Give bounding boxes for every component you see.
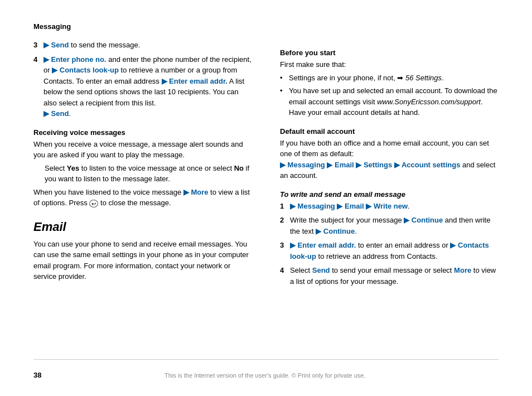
receiving-para-1: When you receive a voice message, a mess…: [33, 139, 252, 161]
page-footer: 38 This is the Internet version of the u…: [33, 365, 499, 379]
bullet-item-1: • Settings are in your phone, if not, ➡ …: [280, 73, 499, 84]
page-number: 38: [33, 371, 41, 379]
write-item-3-content: ▶ Enter email addr. to enter an email ad…: [290, 240, 499, 262]
before-you-start-title: Before you start: [280, 49, 499, 57]
continue-1: ▶ Continue: [404, 216, 443, 224]
write-path: ▶ Messaging ▶ Email ▶ Write new: [290, 202, 408, 210]
email-heading: Email: [33, 220, 252, 234]
bullet-2-symbol: •: [280, 85, 289, 118]
receiving-section-title: Receiving voice messages: [33, 128, 252, 137]
item-3-num: 3: [33, 40, 43, 51]
default-email-title: Default email account: [280, 127, 499, 136]
bullet-1-text: Settings are in your phone, if not, ➡ 56…: [289, 73, 444, 84]
write-item-2-num: 2: [280, 215, 290, 236]
write-send-title: To write and send an email message: [280, 190, 499, 199]
write-item-4-content: Select Send to send your email message o…: [290, 265, 499, 287]
back-button-icon: ↩: [89, 200, 98, 207]
default-email-body: If you have both an office and a home em…: [280, 138, 499, 181]
item-4-enter-email: ▶ Enter email addr.: [162, 77, 228, 85]
item-4-num: 4: [33, 54, 43, 119]
receiving-para-3: When you have listened to the voice mess…: [33, 187, 252, 209]
write-item-1: 1 ▶ Messaging ▶ Email ▶ Write new.: [280, 201, 499, 212]
bullet-1-symbol: •: [280, 73, 289, 84]
header-title: Messaging: [33, 22, 71, 31]
sony-url: www.SonyEricsson.com/support: [377, 98, 481, 106]
default-email-path: ▶ Messaging ▶ Email ▶ Settings ▶ Account…: [280, 161, 460, 169]
email-body: You can use your phone to send and recei…: [33, 239, 252, 282]
more-highlight-right: More: [454, 266, 471, 274]
write-item-4: 4 Select Send to send your email message…: [280, 265, 499, 287]
item-3-send: ▶ Send: [43, 41, 69, 49]
yes-highlight: Yes: [67, 164, 79, 172]
footer-notice: This is the Internet version of the user…: [41, 372, 489, 379]
left-column: 3 ▶ Send to send the message. 4 ▶ Enter …: [33, 40, 258, 354]
before-intro: First make sure that:: [280, 59, 499, 70]
item-4-send: ▶ Send: [43, 109, 69, 118]
write-item-3-num: 3: [280, 240, 290, 262]
content-area: 3 ▶ Send to send the message. 4 ▶ Enter …: [33, 40, 499, 354]
send-highlight: Send: [312, 266, 330, 274]
write-item-1-content: ▶ Messaging ▶ Email ▶ Write new.: [290, 201, 499, 212]
continue-2: ▶ Continue: [316, 227, 355, 235]
right-column: Before you start First make sure that: •…: [274, 40, 499, 354]
numbered-item-3: 3 ▶ Send to send the message.: [33, 40, 252, 51]
settings-ref: 56 Settings: [405, 74, 442, 82]
item-3-content: ▶ Send to send the message.: [43, 40, 252, 51]
item-4-contacts-lookup: ▶ Contacts look-up: [52, 66, 119, 74]
enter-email-addr: ▶ Enter email addr.: [290, 241, 356, 249]
item-4-enter-phone: ▶ Enter phone no.: [43, 55, 107, 64]
item-4-content: ▶ Enter phone no. and enter the phone nu…: [43, 54, 252, 119]
page: Messaging 3 ▶ Send to send the message. …: [0, 0, 532, 396]
footer-divider: [33, 359, 499, 360]
page-header: Messaging: [33, 22, 499, 31]
no-highlight: No: [234, 164, 244, 172]
write-item-3: 3 ▶ Enter email addr. to enter an email …: [280, 240, 499, 262]
receiving-para-2: Select Yes to listen to the voice messag…: [45, 163, 252, 185]
more-highlight: ▶ More: [183, 188, 209, 196]
write-item-1-num: 1: [280, 201, 290, 212]
write-item-4-num: 4: [280, 265, 290, 287]
write-item-2: 2 Write the subject for your message ▶ C…: [280, 215, 499, 236]
write-item-2-content: Write the subject for your message ▶ Con…: [290, 215, 499, 236]
numbered-item-4: 4 ▶ Enter phone no. and enter the phone …: [33, 54, 252, 119]
bullet-item-2: • You have set up and selected an email …: [280, 85, 499, 118]
bullet-2-text: You have set up and selected an email ac…: [289, 85, 499, 118]
